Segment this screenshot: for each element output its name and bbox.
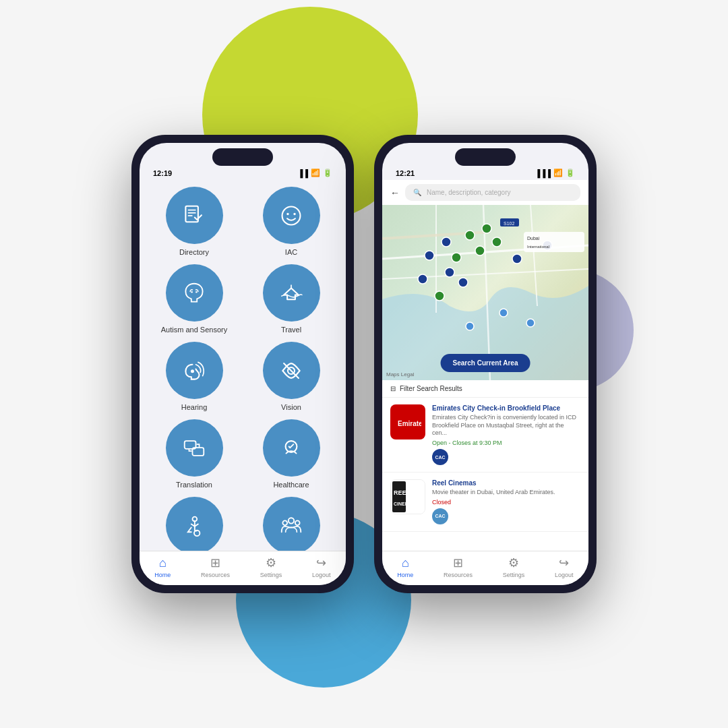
directory-label: Directory [179, 248, 209, 256]
logout-tab-icon-2: ↪ [559, 555, 569, 570]
emirates-info: Emirates City Check-in Brookfield Place … [432, 404, 580, 465]
battery-icon-2: 🔋 [566, 169, 575, 177]
home-screen: Directory IAC [140, 180, 346, 551]
menu-item-autism[interactable]: Autism and Sensory [150, 264, 239, 334]
wifi-icon-2: 📶 [553, 169, 563, 177]
status-icons-1: ▐▐ 📶 🔋 [297, 169, 332, 177]
back-button[interactable]: ← [390, 187, 400, 198]
phones-container: 12:19 ▐▐ 📶 🔋 [131, 135, 597, 593]
results-list: Emirates Emirates City Check-in Brookfie… [382, 398, 588, 551]
logout-tab-icon-1: ↪ [316, 555, 326, 570]
svg-rect-54 [392, 481, 406, 512]
svg-point-21 [289, 518, 294, 523]
wifi-icon: 📶 [311, 169, 320, 177]
settings-tab-label-1: Settings [260, 572, 282, 578]
travel-label: Travel [281, 326, 301, 334]
menu-item-healthcare[interactable]: Healthcare [247, 419, 336, 489]
home-tab-label-1: Home [154, 572, 171, 578]
tab-logout-1[interactable]: ↪ Logout [312, 555, 331, 578]
resources-tab-icon-2: ⊞ [453, 555, 463, 570]
battery-icon: 🔋 [323, 169, 332, 177]
directory-icon-circle [166, 187, 223, 244]
tab-settings-1[interactable]: ⚙ Settings [260, 555, 282, 578]
svg-point-36 [442, 237, 451, 247]
menu-item-iac[interactable]: IAC [247, 187, 336, 256]
tab-resources-1[interactable]: ⊞ Resources [201, 555, 230, 578]
svg-point-7 [191, 291, 193, 293]
result-emirates[interactable]: Emirates Emirates City Check-in Brookfie… [382, 398, 588, 473]
menu-item-employment[interactable]: Employment [247, 497, 336, 551]
filter-bar[interactable]: ⊟ Filter Search Results [382, 380, 588, 398]
menu-grid: Directory IAC [150, 187, 336, 551]
phone-1-screen: 12:19 ▐▐ 📶 🔋 [140, 143, 346, 585]
map-area[interactable]: Dubai International S102 Search Current … [382, 205, 588, 380]
emirates-name: Emirates City Check-in Brookfield Place [432, 404, 580, 412]
svg-point-43 [499, 309, 508, 317]
menu-item-travel[interactable]: Travel [247, 264, 336, 334]
svg-point-31 [482, 224, 491, 233]
svg-point-5 [286, 212, 289, 214]
time-2: 12:21 [396, 169, 415, 177]
search-bar[interactable]: 🔍 Name, description, category [405, 184, 580, 201]
home-tab-icon-2: ⌂ [402, 556, 409, 570]
translation-icon-circle [166, 419, 223, 477]
tab-home-1[interactable]: ⌂ Home [154, 556, 171, 578]
tab-settings-2[interactable]: ⚙ Settings [503, 555, 525, 578]
home-tab-icon-1: ⌂ [159, 556, 166, 570]
svg-text:Dubai: Dubai [527, 236, 540, 241]
svg-point-30 [465, 231, 475, 240]
svg-text:REE: REE [394, 489, 406, 496]
search-area-button[interactable]: Search Current Area [441, 354, 530, 372]
maps-label: Maps Legal [386, 371, 414, 377]
svg-point-34 [452, 253, 461, 262]
hearing-label: Hearing [181, 403, 208, 411]
reel-name: Reel Cinemas [432, 479, 580, 487]
svg-text:CINEM: CINEM [394, 502, 409, 506]
settings-tab-icon-2: ⚙ [508, 555, 519, 570]
resources-tab-label-1: Resources [201, 572, 230, 578]
tab-resources-2[interactable]: ⊞ Resources [444, 555, 473, 578]
svg-point-33 [475, 246, 485, 255]
autism-label: Autism and Sensory [161, 326, 227, 334]
autism-icon-circle [166, 264, 223, 322]
dynamic-island-2 [455, 148, 516, 166]
home-tab-label-2: Home [397, 572, 413, 578]
menu-item-hearing[interactable]: Hearing [150, 342, 239, 411]
tab-home-2[interactable]: ⌂ Home [397, 556, 413, 578]
phone-2: 12:21 ▐▐▐ 📶 🔋 ← 🔍 Name, description, cat… [374, 135, 597, 593]
signal-icon-2: ▐▐▐ [535, 169, 551, 177]
hearing-icon-circle [166, 342, 223, 399]
menu-item-vision[interactable]: Vision [247, 342, 336, 411]
reel-desc: Movie theater in Dubai, United Arab Emir… [432, 489, 580, 497]
logout-tab-label-2: Logout [555, 572, 574, 578]
emirates-desc: Emirates City Check?in is conveniently l… [432, 414, 580, 437]
search-icon: 🔍 [413, 189, 421, 196]
reel-badge: CAC [432, 508, 448, 524]
tab-logout-2[interactable]: ↪ Logout [555, 555, 574, 578]
map-screen: ← 🔍 Name, description, category [382, 180, 588, 585]
resources-tab-icon-1: ⊞ [210, 555, 220, 570]
svg-point-32 [492, 237, 502, 247]
result-reel[interactable]: REE CINEM Reel Cinemas Movie theater in … [382, 473, 588, 532]
tab-bar-1: ⌂ Home ⊞ Resources ⚙ Settings ↪ Logout [140, 551, 346, 585]
menu-item-mobility[interactable]: Mobility [150, 497, 239, 551]
svg-point-44 [526, 319, 535, 327]
translation-label: Translation [176, 481, 212, 489]
emirates-status: Open - Closes at 9:30 PM [432, 439, 580, 446]
svg-text:S102: S102 [504, 221, 514, 226]
svg-point-4 [282, 206, 301, 224]
filter-icon: ⊟ [390, 385, 396, 392]
svg-line-12 [284, 363, 299, 378]
status-bar-1: 12:19 ▐▐ 📶 🔋 [140, 166, 346, 180]
svg-point-22 [282, 520, 287, 525]
vision-label: Vision [281, 403, 301, 411]
emirates-badge: CAC [432, 449, 448, 465]
menu-item-directory[interactable]: Directory [150, 187, 239, 256]
dynamic-island-1 [212, 148, 273, 166]
time-1: 12:19 [153, 169, 172, 177]
svg-point-40 [458, 278, 468, 287]
healthcare-icon-circle [263, 419, 320, 477]
menu-item-translation[interactable]: Translation [150, 419, 239, 489]
tab-bar-2: ⌂ Home ⊞ Resources ⚙ Settings ↪ Logout [382, 551, 588, 585]
svg-rect-46 [524, 232, 584, 252]
